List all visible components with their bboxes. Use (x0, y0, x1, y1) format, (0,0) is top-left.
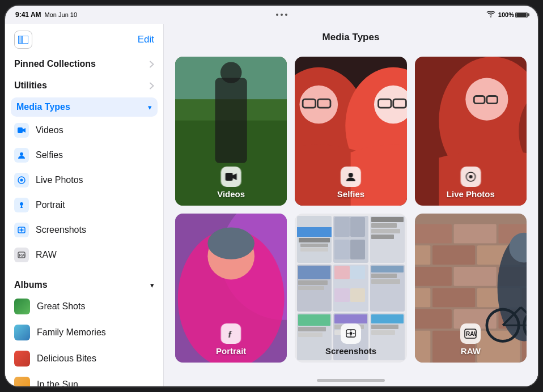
edit-button[interactable]: Edit (138, 34, 154, 45)
status-left: 9:41 AM Mon Jun 10 (15, 11, 77, 19)
main-content: Media Types (164, 24, 538, 386)
albums-chevron-down-icon: ▾ (150, 281, 154, 289)
sidebar-item-in-the-sun[interactable]: In the Sun (5, 372, 163, 386)
raw-card-label-container: RAW RAW (460, 323, 481, 356)
home-indicator-bar (164, 374, 538, 386)
portrait-card-label: Portrait (216, 346, 246, 356)
in-the-sun-label: In the Sun (37, 380, 78, 386)
svg-point-20 (300, 86, 338, 124)
grid-card-live-photos[interactable]: Live Photos (415, 57, 527, 206)
sidebar-item-raw[interactable]: RAW RAW (5, 242, 163, 267)
selfies-card-label-container: Selfies (337, 167, 364, 199)
svg-rect-66 (453, 267, 496, 286)
svg-rect-70 (415, 288, 430, 308)
svg-point-6 (20, 179, 23, 182)
battery-percent: 100% (498, 11, 514, 18)
sidebar: Edit Pinned Collections Utilities Media … (5, 24, 164, 386)
albums-section-header[interactable]: Albums ▾ (5, 272, 163, 293)
battery-fill (516, 13, 527, 17)
status-right: 100% (486, 11, 528, 19)
sidebar-toggle-button[interactable] (14, 31, 32, 49)
svg-rect-75 (415, 309, 452, 329)
svg-point-15 (220, 62, 242, 83)
chevron-right-utilities-icon (150, 82, 154, 90)
selfies-card-label: Selfies (337, 189, 364, 199)
svg-rect-16 (226, 173, 233, 181)
grid-card-videos[interactable]: Videos (175, 57, 287, 206)
sidebar-item-portrait[interactable]: Portrait (5, 193, 163, 218)
live-photos-icon (14, 173, 29, 188)
svg-rect-0 (18, 36, 22, 44)
wifi-icon (486, 11, 495, 19)
sidebar-item-great-shots[interactable]: Great Shots (5, 293, 163, 319)
home-indicator (317, 379, 385, 382)
app-body: Edit Pinned Collections Utilities Media … (5, 24, 538, 386)
sidebar-item-selfies[interactable]: Selfies (5, 143, 163, 168)
portrait-card-label-container: ƒ Portrait (216, 323, 246, 356)
live-photos-label: Live Photos (36, 175, 83, 185)
battery: 100% (498, 11, 528, 18)
chevron-right-icon (150, 61, 154, 68)
live-photos-card-label: Live Photos (447, 189, 495, 199)
svg-rect-14 (215, 78, 247, 163)
page-title: Media Types (323, 32, 380, 43)
svg-text:RAW: RAW (19, 253, 26, 257)
grid-card-screenshots[interactable]: Screenshots (295, 214, 406, 363)
live-photos-card-label-container: Live Photos (447, 167, 495, 199)
raw-card-icon: RAW (460, 323, 481, 344)
screenshots-card-icon (341, 323, 361, 344)
videos-icon (14, 123, 29, 138)
main-title-bar: Media Types (164, 24, 538, 51)
chevron-down-icon: ▾ (148, 103, 152, 112)
media-types-label: Media Types (16, 102, 70, 112)
sidebar-item-screenshots[interactable]: Screenshots (5, 218, 163, 242)
screenshots-icon (14, 223, 29, 237)
svg-text:ƒ: ƒ (228, 330, 232, 338)
svg-text:RAW: RAW (466, 331, 477, 337)
grid-card-selfies[interactable]: Selfies (295, 57, 406, 206)
svg-rect-3 (18, 127, 23, 133)
sidebar-item-delicious-bites[interactable]: Delicious Bites (5, 346, 163, 372)
ipad-frame: 9:41 AM Mon Jun 10 100% (5, 6, 538, 386)
videos-card-label-container: Videos (217, 167, 245, 199)
screenshots-card-label-container: Screenshots (325, 323, 376, 356)
sidebar-item-pinned-collections[interactable]: Pinned Collections (5, 53, 163, 75)
svg-point-4 (20, 152, 23, 156)
portrait-icon (14, 198, 29, 212)
svg-rect-65 (415, 267, 452, 286)
selfies-card-icon (341, 167, 361, 187)
svg-rect-61 (432, 245, 475, 265)
svg-point-48 (349, 332, 352, 335)
sidebar-item-family-memories[interactable]: Family Memories (5, 319, 163, 346)
raw-icon: RAW (14, 248, 29, 262)
great-shots-thumb (14, 299, 30, 314)
svg-point-35 (469, 175, 472, 178)
grid-card-portrait[interactable]: ƒ Portrait (175, 214, 287, 363)
in-the-sun-thumb (14, 377, 30, 386)
screenshots-card-label: Screenshots (325, 346, 376, 356)
albums-label: Albums (14, 280, 48, 290)
pinned-collections-label: Pinned Collections (14, 59, 96, 69)
sidebar-item-utilities[interactable]: Utilities (5, 75, 163, 96)
sidebar-item-live-photos[interactable]: Live Photos (5, 168, 163, 193)
sidebar-item-media-types[interactable]: Media Types ▾ (11, 97, 158, 117)
status-bar: 9:41 AM Mon Jun 10 100% (5, 6, 538, 24)
raw-card-label: RAW (461, 346, 481, 356)
family-memories-label: Family Memories (37, 327, 106, 338)
selfies-icon (14, 148, 29, 163)
utilities-label: Utilities (14, 80, 47, 91)
svg-rect-80 (415, 331, 430, 363)
status-dots (276, 14, 287, 16)
time: 9:41 AM (15, 11, 41, 19)
raw-label: RAW (36, 250, 57, 260)
svg-rect-55 (415, 224, 452, 244)
selfies-label: Selfies (36, 150, 63, 160)
videos-label: Videos (36, 125, 63, 135)
sidebar-item-videos[interactable]: Videos (5, 118, 163, 143)
grid-card-raw[interactable]: RAW RAW (415, 214, 527, 363)
date: Mon Jun 10 (45, 11, 77, 18)
videos-card-label: Videos (217, 189, 245, 199)
screenshots-label: Screenshots (36, 225, 86, 235)
svg-rect-71 (432, 288, 475, 308)
battery-bar (515, 12, 528, 18)
